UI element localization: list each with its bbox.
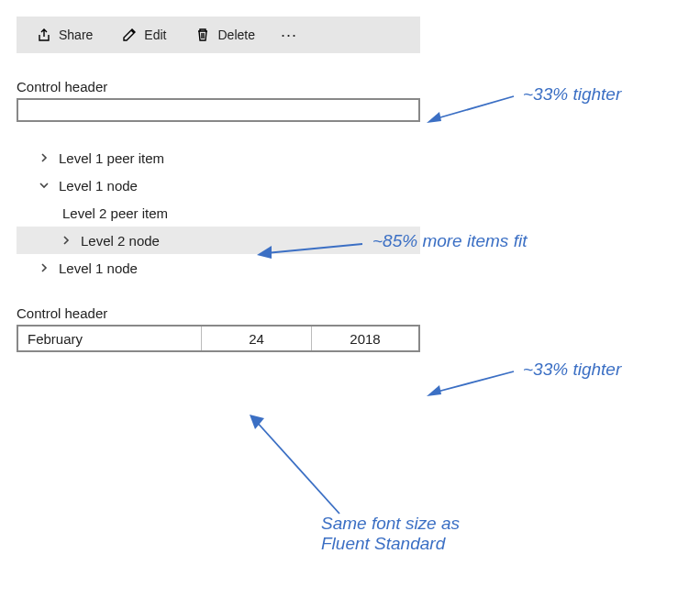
svg-marker-5: [427, 385, 441, 396]
annotation-1: ~33% tighter: [523, 84, 621, 105]
chevron-right-icon: [57, 236, 75, 245]
tree-item-label: Level 2 peer item: [57, 205, 168, 221]
date-picker[interactable]: February 24 2018: [17, 325, 420, 352]
tree-item-label: Level 1 node: [53, 260, 138, 276]
tree-item[interactable]: Level 1 peer item: [17, 144, 420, 172]
chevron-down-icon: [35, 181, 53, 190]
tree-view: Level 1 peer item Level 1 node Level 2 p…: [17, 144, 420, 282]
delete-label: Delete: [217, 28, 254, 42]
date-day[interactable]: 24: [202, 327, 312, 350]
tree-item-label: Level 1 peer item: [53, 150, 164, 166]
delete-icon: [195, 28, 210, 42]
annotation-4-line1: Same font size as: [321, 514, 460, 534]
text-input[interactable]: [17, 98, 420, 122]
edit-label: Edit: [144, 28, 166, 42]
tree-item[interactable]: Level 2 node: [17, 227, 420, 254]
arrow-icon: [427, 367, 518, 406]
svg-marker-7: [250, 415, 264, 429]
svg-line-6: [255, 420, 339, 514]
overflow-button[interactable]: ···: [272, 22, 306, 49]
tree-item[interactable]: Level 1 node: [17, 172, 420, 199]
tree-item[interactable]: Level 1 node: [17, 254, 420, 282]
tree-item-label: Level 1 node: [53, 178, 138, 194]
share-label: Share: [59, 28, 93, 42]
chevron-right-icon: [35, 153, 53, 162]
command-bar: Share Edit Delete ···: [17, 17, 420, 53]
annotation-2: ~85% more items fit: [372, 231, 527, 251]
annotation-4: Same font size as Fluent Standard: [321, 514, 460, 554]
edit-button[interactable]: Edit: [109, 22, 179, 48]
svg-line-4: [434, 371, 514, 393]
datepicker-section: Control header February 24 2018: [17, 305, 683, 352]
delete-button[interactable]: Delete: [183, 22, 267, 48]
annotation-3: ~33% tighter: [523, 360, 621, 380]
control-header-2: Control header: [17, 305, 683, 321]
edit-icon: [122, 28, 137, 42]
share-icon: [37, 28, 51, 42]
date-year[interactable]: 2018: [312, 327, 418, 350]
more-icon: ···: [281, 26, 297, 44]
date-month[interactable]: February: [18, 327, 202, 350]
chevron-right-icon: [35, 263, 53, 272]
annotation-4-line2: Fluent Standard: [321, 534, 460, 554]
arrow-icon: [248, 413, 358, 526]
tree-item-label: Level 2 node: [75, 233, 160, 249]
share-button[interactable]: Share: [24, 22, 106, 48]
tree-item[interactable]: Level 2 peer item: [17, 199, 420, 227]
